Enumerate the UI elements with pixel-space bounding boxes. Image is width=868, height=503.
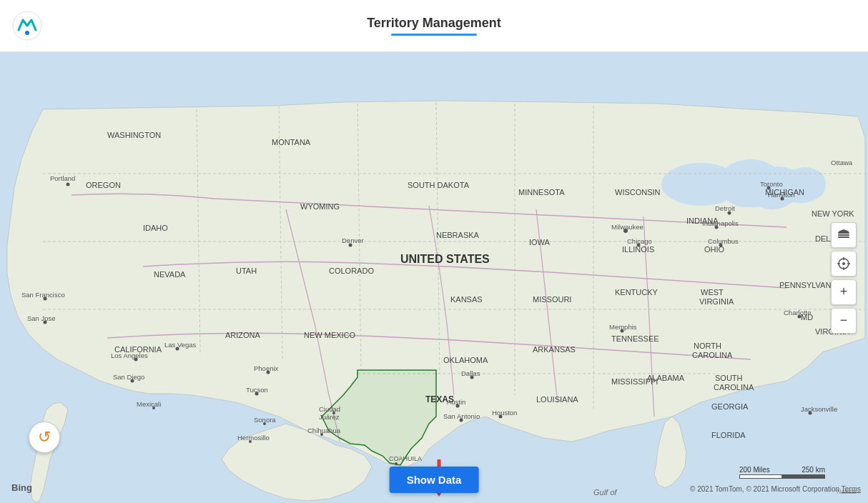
svg-point-60 [66,183,70,186]
svg-text:TENNESSEE: TENNESSEE [611,334,659,343]
zoom-out-button[interactable]: − [831,308,857,334]
svg-text:Memphis: Memphis [609,323,637,331]
svg-text:NORTH: NORTH [694,342,721,350]
svg-text:Hamilton: Hamilton [768,191,795,199]
scale-bar: 200 Miles 250 km [739,466,825,479]
title-underline [391,34,477,36]
map-svg: WASHINGTON OREGON IDAHO NEVADA CALIFORNI… [0,52,868,503]
svg-text:Las Vegas: Las Vegas [164,341,197,349]
copyright: © 2021 TomTom, © 2021 Microsoft Corporat… [690,485,861,493]
svg-text:WASHINGTON: WASHINGTON [107,131,161,139]
layers-icon [837,228,851,242]
svg-text:WISCONSIN: WISCONSIN [615,188,661,196]
show-data-button[interactable]: Show Data [390,467,479,493]
svg-text:IDAHO: IDAHO [143,224,168,232]
svg-text:NEW YORK: NEW YORK [812,209,854,218]
zoom-out-icon: − [840,313,848,328]
svg-point-118 [395,462,398,465]
svg-text:Houston: Houston [492,409,517,417]
svg-text:San Francisco: San Francisco [21,291,65,299]
svg-text:MINNESOTA: MINNESOTA [518,188,565,196]
map-container: WASHINGTON OREGON IDAHO NEVADA CALIFORNI… [0,52,868,503]
bing-logo: Bing [11,482,32,493]
svg-rect-126 [838,236,849,238]
svg-text:CAROLINA: CAROLINA [714,383,754,392]
svg-text:Juárez: Juárez [319,413,340,421]
svg-text:WYOMING: WYOMING [300,202,340,211]
svg-text:FLORIDA: FLORIDA [711,431,746,439]
svg-text:Hermosillo: Hermosillo [237,434,270,442]
terms-link[interactable]: Terms [842,485,861,493]
svg-text:OREGON: OREGON [86,181,121,189]
page-title-container: Territory Management [367,16,501,36]
svg-text:KANSAS: KANSAS [450,295,483,304]
svg-text:PENNSYLVANIA: PENNSYLVANIA [779,281,839,289]
svg-text:Charlotte: Charlotte [784,309,812,317]
scale-km: 250 km [802,466,825,474]
svg-text:Los Angeles: Los Angeles [111,352,148,359]
svg-text:OKLAHOMA: OKLAHOMA [443,356,488,364]
location-button[interactable] [831,251,857,277]
page-title: Territory Management [367,16,501,31]
svg-text:Chihuahua: Chihuahua [307,427,341,434]
svg-point-1 [25,31,29,35]
svg-text:Gulf of: Gulf of [593,488,617,497]
svg-text:SOUTH DAKOTA: SOUTH DAKOTA [408,181,470,189]
svg-text:Jacksonville: Jacksonville [801,405,837,413]
svg-text:San Antonio: San Antonio [443,412,480,420]
svg-text:NEW MEXICO: NEW MEXICO [304,331,356,339]
scale-labels: 200 Miles 250 km [739,466,825,474]
svg-text:ARKANSAS: ARKANSAS [533,345,576,354]
svg-text:NEVADA: NEVADA [154,270,186,279]
svg-text:UTAH: UTAH [236,267,257,275]
scale-seg-white [739,474,782,479]
svg-text:San Jose: San Jose [27,314,56,322]
location-icon [837,257,851,271]
svg-text:CAROLINA: CAROLINA [692,351,733,359]
copyright-text: © 2021 TomTom, © 2021 Microsoft Corporat… [690,485,839,493]
refresh-icon: ↺ [38,428,51,447]
svg-text:Ciudad: Ciudad [319,405,340,413]
svg-text:UNITED STATES: UNITED STATES [400,253,490,265]
svg-text:Portland: Portland [50,174,75,182]
scale-seg-black [782,474,825,479]
svg-text:KENTUCKY: KENTUCKY [615,288,659,297]
app-logo [11,10,43,41]
refresh-button[interactable]: ↺ [29,422,60,453]
svg-rect-125 [838,234,849,236]
svg-text:Milwaukee: Milwaukee [611,223,643,231]
svg-text:Tucson: Tucson [246,386,268,394]
svg-text:Sonora: Sonora [254,416,276,424]
svg-text:Toronto: Toronto [760,180,783,188]
svg-text:Chicago: Chicago [627,237,652,245]
svg-text:COAHUILA: COAHUILA [389,455,422,462]
svg-text:NEBRASKA: NEBRASKA [436,231,480,239]
svg-text:Austin: Austin [447,398,465,406]
layers-button[interactable] [831,222,857,248]
svg-text:Denver: Denver [342,236,364,244]
zoom-in-icon: + [840,284,848,299]
scale-bar-inner [739,474,825,479]
svg-text:WEST: WEST [701,288,724,297]
svg-point-129 [842,262,845,265]
svg-text:Mexicali: Mexicali [137,400,161,408]
svg-text:MONTANA: MONTANA [272,138,311,146]
svg-text:LOUISIANA: LOUISIANA [536,395,578,404]
svg-text:COLORADO: COLORADO [329,267,374,275]
scale-miles: 200 Miles [739,466,770,474]
svg-text:VIRGINIA: VIRGINIA [699,297,734,306]
svg-text:GEORGIA: GEORGIA [711,402,749,411]
svg-text:Columbus: Columbus [708,237,739,245]
zoom-in-button[interactable]: + [831,279,857,305]
svg-text:Phoenix: Phoenix [254,364,279,372]
svg-text:SOUTH: SOUTH [715,374,743,382]
svg-text:San Diego: San Diego [113,373,144,381]
svg-text:IOWA: IOWA [529,238,551,246]
svg-text:Detroit: Detroit [715,204,735,212]
svg-text:Indianapolis: Indianapolis [702,219,739,227]
svg-text:Ottawa: Ottawa [831,159,853,166]
svg-text:MISSOURI: MISSOURI [533,295,571,304]
svg-text:ARIZONA: ARIZONA [225,331,261,339]
map-controls: + − [831,222,857,334]
header: Territory Management [0,0,868,52]
